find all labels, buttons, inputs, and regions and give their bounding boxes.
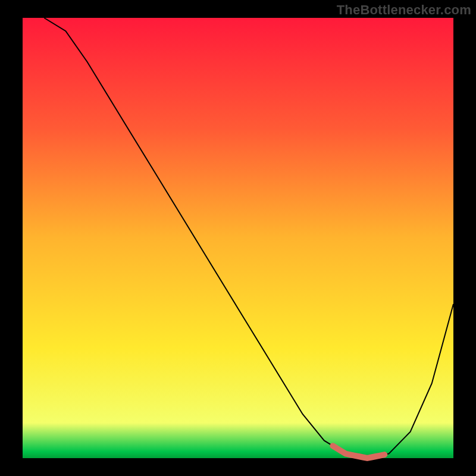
watermark-text: TheBottlenecker.com bbox=[337, 2, 471, 18]
bottleneck-chart bbox=[0, 0, 476, 476]
plot-background bbox=[23, 18, 453, 458]
chart-frame: TheBottlenecker.com bbox=[0, 0, 476, 476]
